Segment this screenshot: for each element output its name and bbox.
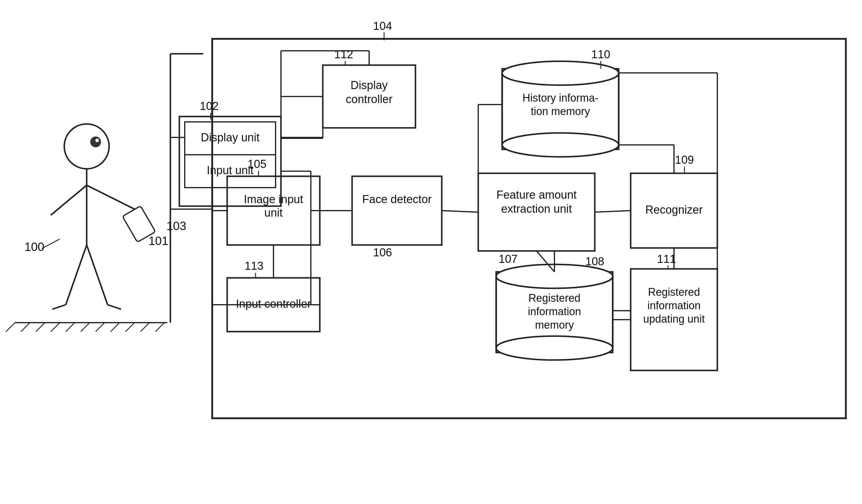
- svg-text:Recognizer: Recognizer: [645, 203, 703, 216]
- svg-text:information: information: [528, 305, 581, 318]
- svg-point-2: [90, 136, 101, 147]
- svg-point-68: [496, 336, 613, 360]
- svg-text:Feature amount: Feature amount: [496, 188, 577, 201]
- svg-text:104: 104: [373, 20, 392, 32]
- svg-text:unit: unit: [264, 207, 283, 219]
- svg-text:102: 102: [200, 100, 219, 112]
- svg-text:Input controller: Input controller: [236, 297, 311, 310]
- svg-text:Display unit: Display unit: [201, 131, 260, 144]
- svg-text:108: 108: [585, 255, 604, 268]
- svg-point-43: [502, 133, 619, 157]
- svg-text:101: 101: [148, 234, 169, 247]
- svg-text:Input unit: Input unit: [207, 164, 254, 176]
- svg-text:History informa-: History informa-: [522, 92, 598, 104]
- svg-text:100: 100: [25, 240, 44, 253]
- svg-rect-0: [0, 0, 862, 504]
- svg-text:Face detector: Face detector: [362, 193, 432, 205]
- svg-text:Registered: Registered: [528, 292, 580, 304]
- svg-text:extraction unit: extraction unit: [501, 202, 572, 215]
- svg-text:updating unit: updating unit: [643, 313, 705, 325]
- svg-text:111: 111: [657, 253, 676, 265]
- svg-text:109: 109: [675, 154, 694, 166]
- svg-point-3: [95, 138, 99, 142]
- svg-text:103: 103: [167, 219, 186, 233]
- svg-text:113: 113: [245, 260, 263, 272]
- svg-text:Registered: Registered: [648, 286, 700, 298]
- svg-text:107: 107: [498, 253, 518, 265]
- svg-text:105: 105: [247, 158, 266, 170]
- diagram-container: Display unit Input unit 102 104 Display …: [0, 0, 862, 504]
- svg-text:110: 110: [591, 48, 610, 61]
- svg-text:106: 106: [373, 246, 392, 259]
- svg-text:tion memory: tion memory: [531, 105, 590, 117]
- svg-text:memory: memory: [535, 319, 574, 331]
- svg-text:112: 112: [334, 48, 353, 61]
- svg-text:Display: Display: [351, 79, 388, 91]
- svg-text:Image input: Image input: [244, 193, 303, 205]
- svg-text:controller: controller: [346, 93, 393, 105]
- svg-text:information: information: [648, 299, 701, 311]
